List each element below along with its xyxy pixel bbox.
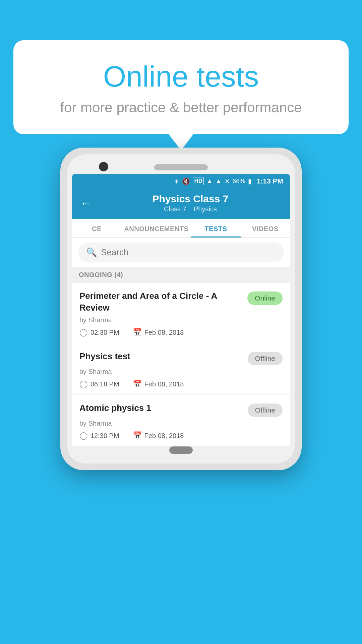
test-item[interactable]: Physics test Offline by Sharma ◯ 06:18 P… xyxy=(72,343,290,395)
signal-icon: ▲ xyxy=(216,177,222,185)
battery-icon: ▮ xyxy=(248,177,251,185)
meta-date: 📅 Feb 08, 2018 xyxy=(133,431,184,440)
status-badge: Offline xyxy=(248,352,283,365)
test-date: Feb 08, 2018 xyxy=(144,432,184,440)
tab-tests[interactable]: TESTS xyxy=(191,219,240,237)
header-title: Physics Class 7 xyxy=(99,193,282,205)
section-ongoing-header: ONGOING (4) xyxy=(72,267,290,283)
tab-announcements[interactable]: ANNOUNCEMENTS xyxy=(121,219,191,237)
search-container: 🔍 xyxy=(72,238,290,267)
tab-ce[interactable]: CE xyxy=(72,219,121,237)
phone-screen: ∗ 🔇 HD ▲ ▲ ✕ 66% ▮ 1:13 PM ← Phys xyxy=(72,174,290,446)
tab-videos[interactable]: VIDEOS xyxy=(241,219,290,237)
search-input[interactable] xyxy=(101,247,276,258)
meta-time: ◯ 02:30 PM xyxy=(79,328,119,337)
clock-icon: ◯ xyxy=(79,380,88,388)
test-title: Perimeter and Area of a Circle - A Revie… xyxy=(79,290,247,314)
test-item-header: Perimeter and Area of a Circle - A Revie… xyxy=(79,290,283,314)
meta-time: ◯ 06:18 PM xyxy=(79,380,119,388)
test-meta: ◯ 12:30 PM 📅 Feb 08, 2018 xyxy=(79,431,283,440)
test-meta: ◯ 02:30 PM 📅 Feb 08, 2018 xyxy=(79,328,283,337)
test-date: Feb 08, 2018 xyxy=(144,329,184,336)
status-icons: ∗ 🔇 HD ▲ ▲ ✕ 66% ▮ xyxy=(174,177,251,185)
hd-icon: HD xyxy=(193,177,204,185)
bluetooth-icon: ∗ xyxy=(174,177,179,185)
phone-outer: ∗ 🔇 HD ▲ ▲ ✕ 66% ▮ 1:13 PM ← Phys xyxy=(60,148,302,470)
test-item-header: Physics test Offline xyxy=(79,351,283,365)
status-bar: ∗ 🔇 HD ▲ ▲ ✕ 66% ▮ 1:13 PM xyxy=(72,174,290,189)
wifi-icon: ▲ xyxy=(206,177,213,185)
test-time: 02:30 PM xyxy=(90,329,119,336)
search-icon: 🔍 xyxy=(86,247,97,258)
test-meta: ◯ 06:18 PM 📅 Feb 08, 2018 xyxy=(79,380,283,388)
clock-icon: ◯ xyxy=(79,328,88,337)
status-time: 1:13 PM xyxy=(257,177,283,185)
header-title-block: Physics Class 7 Class 7 Physics xyxy=(99,193,282,213)
vibrate-icon: 🔇 xyxy=(182,177,190,185)
test-item-header: Atomic physics 1 Offline xyxy=(79,402,283,417)
test-author: by Sharma xyxy=(79,316,283,324)
phone-wrapper: ∗ 🔇 HD ▲ ▲ ✕ 66% ▮ 1:13 PM ← Phys xyxy=(60,148,302,470)
app-header: ← Physics Class 7 Class 7 Physics xyxy=(72,189,290,219)
meta-time: ◯ 12:30 PM xyxy=(79,431,119,440)
test-title: Physics test xyxy=(79,351,248,362)
phone-camera xyxy=(99,162,108,171)
test-item[interactable]: Atomic physics 1 Offline by Sharma ◯ 12:… xyxy=(72,395,290,446)
phone-inner: ∗ 🔇 HD ▲ ▲ ✕ 66% ▮ 1:13 PM ← Phys xyxy=(67,154,295,464)
clock-icon: ◯ xyxy=(79,431,88,440)
test-date: Feb 08, 2018 xyxy=(144,380,184,388)
test-time: 06:18 PM xyxy=(90,380,119,388)
header-subtitle: Class 7 Physics xyxy=(99,205,282,213)
phone-home-button[interactable] xyxy=(169,446,193,454)
bubble-title: Online tests xyxy=(34,60,328,93)
x-icon: ✕ xyxy=(225,177,230,185)
test-item[interactable]: Perimeter and Area of a Circle - A Revie… xyxy=(72,283,290,343)
battery-level: 66% xyxy=(233,177,245,185)
bubble-subtitle: for more practice & better performance xyxy=(34,100,328,116)
meta-date: 📅 Feb 08, 2018 xyxy=(133,380,184,388)
test-title: Atomic physics 1 xyxy=(79,402,248,414)
speech-bubble: Online tests for more practice & better … xyxy=(13,40,349,134)
status-badge: Online xyxy=(247,291,283,305)
speech-bubble-container: Online tests for more practice & better … xyxy=(13,40,349,134)
phone-speaker xyxy=(154,164,208,170)
search-box[interactable]: 🔍 xyxy=(78,243,284,262)
test-author: by Sharma xyxy=(79,368,283,376)
calendar-icon: 📅 xyxy=(133,328,142,337)
tabs-bar: CE ANNOUNCEMENTS TESTS VIDEOS xyxy=(72,219,290,238)
meta-date: 📅 Feb 08, 2018 xyxy=(133,328,184,337)
test-time: 12:30 PM xyxy=(90,432,119,440)
calendar-icon: 📅 xyxy=(133,431,142,440)
test-author: by Sharma xyxy=(79,420,283,427)
phone-top-bar xyxy=(72,159,290,174)
calendar-icon: 📅 xyxy=(133,380,142,388)
back-button[interactable]: ← xyxy=(80,197,92,209)
status-badge: Offline xyxy=(248,404,283,417)
